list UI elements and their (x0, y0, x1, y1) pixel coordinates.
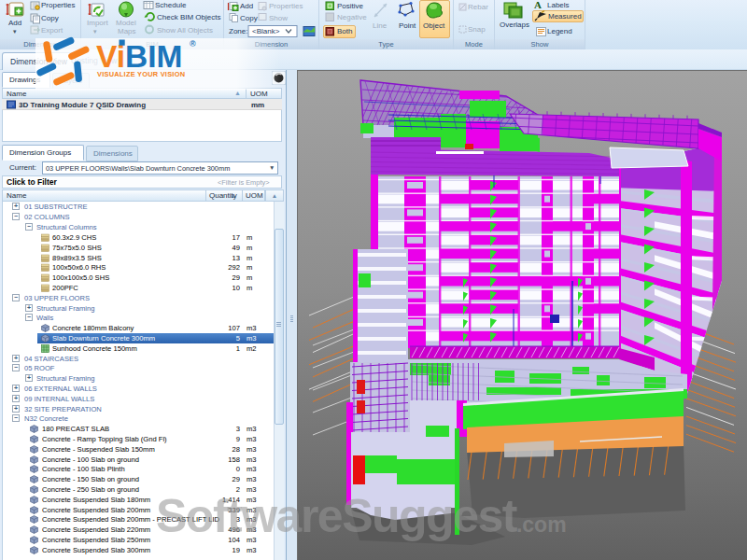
svg-text:®: ® (190, 39, 196, 49)
svg-text:ViBIM: ViBIM (96, 39, 182, 74)
svg-text:A: A (534, 0, 542, 10)
svg-text:VISUALIZE YOUR VISION: VISUALIZE YOUR VISION (97, 70, 185, 78)
